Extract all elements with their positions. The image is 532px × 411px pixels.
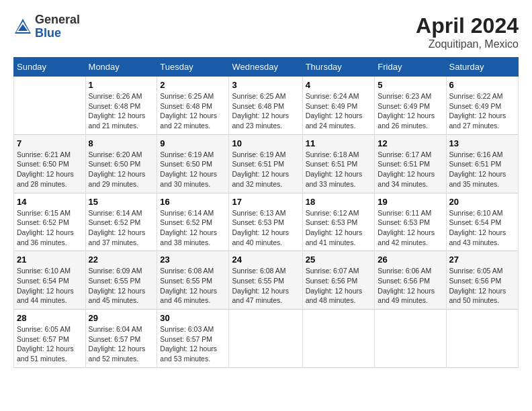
day-number: 12 bbox=[378, 138, 443, 148]
month-title: April 2024 bbox=[416, 13, 519, 38]
calendar-cell: 2Sunrise: 6:25 AM Sunset: 6:48 PM Daylig… bbox=[157, 77, 229, 135]
calendar-cell: 26Sunrise: 6:06 AM Sunset: 6:56 PM Dayli… bbox=[375, 251, 446, 310]
column-header-sunday: Sunday bbox=[14, 58, 86, 77]
day-number: 23 bbox=[160, 255, 226, 265]
day-info: Sunrise: 6:05 AM Sunset: 6:57 PM Dayligh… bbox=[17, 324, 83, 364]
calendar-cell: 12Sunrise: 6:17 AM Sunset: 6:51 PM Dayli… bbox=[375, 134, 446, 193]
day-info: Sunrise: 6:15 AM Sunset: 6:52 PM Dayligh… bbox=[17, 208, 83, 248]
calendar-cell: 11Sunrise: 6:18 AM Sunset: 6:51 PM Dayli… bbox=[302, 134, 375, 193]
day-info: Sunrise: 6:14 AM Sunset: 6:52 PM Dayligh… bbox=[89, 208, 154, 248]
day-info: Sunrise: 6:16 AM Sunset: 6:51 PM Dayligh… bbox=[449, 150, 515, 189]
title-block: April 2024 Zoquitipan, Mexico bbox=[416, 13, 519, 50]
day-number: 22 bbox=[89, 255, 154, 265]
day-number: 17 bbox=[232, 197, 299, 207]
calendar-cell: 9Sunrise: 6:19 AM Sunset: 6:50 PM Daylig… bbox=[157, 134, 229, 193]
calendar-cell: 20Sunrise: 6:10 AM Sunset: 6:54 PM Dayli… bbox=[446, 193, 518, 251]
calendar-cell: 22Sunrise: 6:09 AM Sunset: 6:55 PM Dayli… bbox=[85, 251, 157, 310]
calendar-cell: 14Sunrise: 6:15 AM Sunset: 6:52 PM Dayli… bbox=[14, 193, 86, 251]
calendar-cell: 15Sunrise: 6:14 AM Sunset: 6:52 PM Dayli… bbox=[85, 193, 157, 251]
calendar-cell: 21Sunrise: 6:10 AM Sunset: 6:54 PM Dayli… bbox=[14, 251, 86, 310]
day-number: 1 bbox=[89, 80, 154, 90]
day-number: 30 bbox=[160, 313, 226, 323]
day-number: 6 bbox=[449, 80, 515, 90]
day-info: Sunrise: 6:04 AM Sunset: 6:57 PM Dayligh… bbox=[89, 324, 154, 364]
day-number: 7 bbox=[17, 138, 83, 148]
calendar-cell: 23Sunrise: 6:08 AM Sunset: 6:55 PM Dayli… bbox=[157, 251, 229, 310]
day-info: Sunrise: 6:05 AM Sunset: 6:56 PM Dayligh… bbox=[449, 266, 515, 306]
day-number: 26 bbox=[378, 255, 443, 265]
day-info: Sunrise: 6:21 AM Sunset: 6:50 PM Dayligh… bbox=[17, 150, 83, 189]
calendar-cell: 7Sunrise: 6:21 AM Sunset: 6:50 PM Daylig… bbox=[14, 134, 86, 193]
day-number: 8 bbox=[89, 138, 154, 148]
day-info: Sunrise: 6:22 AM Sunset: 6:49 PM Dayligh… bbox=[449, 91, 515, 131]
day-info: Sunrise: 6:17 AM Sunset: 6:51 PM Dayligh… bbox=[378, 150, 443, 189]
day-number: 27 bbox=[449, 255, 515, 265]
week-row-4: 21Sunrise: 6:10 AM Sunset: 6:54 PM Dayli… bbox=[14, 251, 519, 310]
day-number: 3 bbox=[232, 80, 299, 90]
logo-icon bbox=[13, 17, 32, 36]
day-info: Sunrise: 6:07 AM Sunset: 6:56 PM Dayligh… bbox=[306, 266, 372, 306]
calendar-cell: 8Sunrise: 6:20 AM Sunset: 6:50 PM Daylig… bbox=[85, 134, 157, 193]
day-info: Sunrise: 6:08 AM Sunset: 6:55 PM Dayligh… bbox=[160, 266, 226, 306]
calendar-cell: 13Sunrise: 6:16 AM Sunset: 6:51 PM Dayli… bbox=[446, 134, 518, 193]
calendar-cell: 1Sunrise: 6:26 AM Sunset: 6:48 PM Daylig… bbox=[85, 77, 157, 135]
calendar-cell bbox=[229, 310, 302, 368]
day-info: Sunrise: 6:12 AM Sunset: 6:53 PM Dayligh… bbox=[306, 208, 372, 248]
day-number: 20 bbox=[449, 197, 515, 207]
logo-blue-text: Blue bbox=[35, 27, 80, 40]
day-number: 10 bbox=[232, 138, 299, 148]
calendar-cell bbox=[446, 310, 518, 368]
day-number: 21 bbox=[17, 255, 83, 265]
page-header: General Blue April 2024 Zoquitipan, Mexi… bbox=[13, 13, 519, 50]
day-number: 29 bbox=[89, 313, 154, 323]
day-number: 5 bbox=[378, 80, 443, 90]
calendar-cell: 10Sunrise: 6:19 AM Sunset: 6:51 PM Dayli… bbox=[229, 134, 302, 193]
day-info: Sunrise: 6:10 AM Sunset: 6:54 PM Dayligh… bbox=[17, 266, 83, 306]
day-info: Sunrise: 6:09 AM Sunset: 6:55 PM Dayligh… bbox=[89, 266, 154, 306]
column-header-tuesday: Tuesday bbox=[157, 58, 229, 77]
day-info: Sunrise: 6:10 AM Sunset: 6:54 PM Dayligh… bbox=[449, 208, 515, 248]
day-number: 13 bbox=[449, 138, 515, 148]
calendar-cell: 29Sunrise: 6:04 AM Sunset: 6:57 PM Dayli… bbox=[85, 310, 157, 368]
day-number: 14 bbox=[17, 197, 83, 207]
day-info: Sunrise: 6:06 AM Sunset: 6:56 PM Dayligh… bbox=[378, 266, 443, 306]
calendar-cell: 25Sunrise: 6:07 AM Sunset: 6:56 PM Dayli… bbox=[302, 251, 375, 310]
week-row-1: 1Sunrise: 6:26 AM Sunset: 6:48 PM Daylig… bbox=[14, 77, 519, 135]
calendar-cell: 17Sunrise: 6:13 AM Sunset: 6:53 PM Dayli… bbox=[229, 193, 302, 251]
calendar-cell: 30Sunrise: 6:03 AM Sunset: 6:57 PM Dayli… bbox=[157, 310, 229, 368]
day-info: Sunrise: 6:08 AM Sunset: 6:55 PM Dayligh… bbox=[232, 266, 299, 306]
calendar-cell: 19Sunrise: 6:11 AM Sunset: 6:53 PM Dayli… bbox=[375, 193, 446, 251]
calendar-cell: 3Sunrise: 6:25 AM Sunset: 6:48 PM Daylig… bbox=[229, 77, 302, 135]
day-number: 16 bbox=[160, 197, 226, 207]
logo-general-text: General bbox=[35, 13, 80, 27]
day-info: Sunrise: 6:19 AM Sunset: 6:50 PM Dayligh… bbox=[160, 150, 226, 189]
day-number: 4 bbox=[306, 80, 372, 90]
day-number: 24 bbox=[232, 255, 299, 265]
day-number: 2 bbox=[160, 80, 226, 90]
calendar-cell bbox=[14, 77, 86, 135]
day-info: Sunrise: 6:25 AM Sunset: 6:48 PM Dayligh… bbox=[232, 91, 299, 131]
day-info: Sunrise: 6:14 AM Sunset: 6:52 PM Dayligh… bbox=[160, 208, 226, 248]
calendar-cell: 28Sunrise: 6:05 AM Sunset: 6:57 PM Dayli… bbox=[14, 310, 86, 368]
calendar-cell: 4Sunrise: 6:24 AM Sunset: 6:49 PM Daylig… bbox=[302, 77, 375, 135]
calendar-cell: 6Sunrise: 6:22 AM Sunset: 6:49 PM Daylig… bbox=[446, 77, 518, 135]
day-info: Sunrise: 6:18 AM Sunset: 6:51 PM Dayligh… bbox=[306, 150, 372, 189]
day-info: Sunrise: 6:03 AM Sunset: 6:57 PM Dayligh… bbox=[160, 324, 226, 364]
location: Zoquitipan, Mexico bbox=[416, 38, 519, 50]
logo-text: General Blue bbox=[35, 13, 80, 40]
logo: General Blue bbox=[13, 13, 80, 40]
day-number: 28 bbox=[17, 313, 83, 323]
day-info: Sunrise: 6:19 AM Sunset: 6:51 PM Dayligh… bbox=[232, 150, 299, 189]
calendar-cell: 5Sunrise: 6:23 AM Sunset: 6:49 PM Daylig… bbox=[375, 77, 446, 135]
column-header-monday: Monday bbox=[85, 58, 157, 77]
day-number: 9 bbox=[160, 138, 226, 148]
day-info: Sunrise: 6:20 AM Sunset: 6:50 PM Dayligh… bbox=[89, 150, 154, 189]
week-row-5: 28Sunrise: 6:05 AM Sunset: 6:57 PM Dayli… bbox=[14, 310, 519, 368]
calendar-cell bbox=[375, 310, 446, 368]
day-info: Sunrise: 6:11 AM Sunset: 6:53 PM Dayligh… bbox=[378, 208, 443, 248]
calendar-cell: 18Sunrise: 6:12 AM Sunset: 6:53 PM Dayli… bbox=[302, 193, 375, 251]
day-info: Sunrise: 6:23 AM Sunset: 6:49 PM Dayligh… bbox=[378, 91, 443, 131]
calendar-cell bbox=[302, 310, 375, 368]
calendar-table: SundayMondayTuesdayWednesdayThursdayFrid… bbox=[13, 57, 519, 368]
week-row-2: 7Sunrise: 6:21 AM Sunset: 6:50 PM Daylig… bbox=[14, 134, 519, 193]
